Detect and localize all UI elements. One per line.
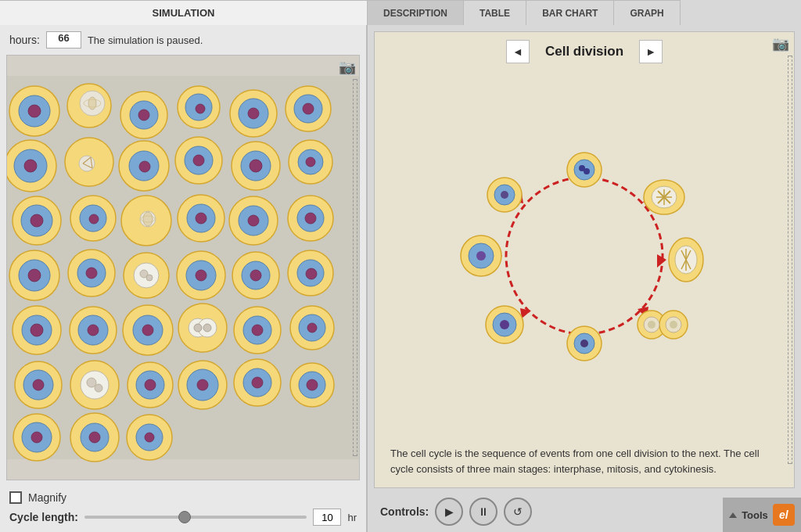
main-content: hours: 66 The simulation is paused. 📷: [0, 25, 801, 532]
svg-point-110: [197, 379, 208, 390]
svg-point-74: [250, 270, 261, 281]
svg-point-90: [194, 324, 202, 332]
svg-point-22: [24, 160, 37, 172]
svg-point-13: [196, 104, 205, 113]
svg-point-113: [252, 377, 263, 388]
right-tab-group: DESCRIPTION TABLE BAR CHART GRAPH: [368, 0, 801, 25]
cycle-length-label: Cycle length:: [9, 511, 78, 523]
svg-point-103: [87, 378, 96, 387]
svg-point-116: [307, 379, 318, 390]
svg-point-94: [252, 325, 263, 336]
description-viewport: 📷 ◄ Cell division ►: [374, 31, 795, 488]
svg-point-52: [196, 213, 207, 224]
svg-point-6: [88, 97, 96, 110]
svg-point-119: [31, 432, 42, 443]
controls-label: Controls:: [380, 505, 429, 518]
description-header: ◄ Cell division ►: [375, 32, 794, 71]
svg-point-160: [500, 320, 509, 329]
magnify-row: Magnify: [9, 491, 357, 504]
svg-point-55: [248, 215, 259, 226]
pause-icon: ⏸: [478, 505, 489, 518]
tools-button[interactable]: Tools el: [723, 498, 801, 532]
svg-point-122: [89, 432, 100, 443]
tab-bar-chart[interactable]: BAR CHART: [526, 0, 614, 25]
tab-simulation[interactable]: SIMULATION: [0, 0, 368, 25]
paused-text: The simulation is paused.: [88, 34, 203, 46]
svg-point-19: [303, 103, 314, 114]
svg-point-42: [31, 214, 43, 227]
simulation-viewport: 📷: [6, 55, 360, 480]
el-logo-icon: el: [773, 504, 795, 526]
svg-point-154: [670, 321, 677, 329]
pause-button[interactable]: ⏸: [469, 498, 497, 526]
svg-point-86: [142, 325, 153, 336]
svg-point-61: [28, 269, 41, 282]
left-panel: hours: 66 The simulation is paused. 📷: [0, 25, 368, 532]
svg-point-100: [33, 379, 44, 390]
cell-cycle-svg: [436, 146, 733, 365]
right-controls: Controls: ▶ ⏸ ↺ Tools el: [368, 491, 801, 532]
tools-label: Tools: [742, 509, 768, 521]
svg-point-157: [580, 340, 588, 347]
magnify-label: Magnify: [28, 491, 66, 504]
svg-point-16: [248, 108, 259, 119]
svg-point-80: [31, 324, 43, 336]
svg-point-77: [306, 268, 317, 279]
svg-point-166: [501, 191, 508, 199]
play-button[interactable]: ▶: [435, 498, 463, 526]
camera-icon-right[interactable]: 📷: [772, 35, 789, 52]
description-body: The cell cycle is the sequence of events…: [375, 440, 794, 487]
next-arrow-button[interactable]: ►: [639, 40, 663, 63]
cells-canvas: [7, 56, 359, 480]
svg-point-97: [307, 323, 317, 332]
svg-point-91: [203, 324, 211, 332]
hours-input[interactable]: 66: [46, 31, 81, 49]
scroll-indicator-left: [353, 79, 357, 456]
svg-point-58: [305, 213, 316, 224]
svg-point-83: [88, 325, 99, 336]
cycle-length-row: Cycle length: 10 hr: [9, 509, 357, 526]
svg-point-33: [193, 155, 204, 166]
slider-thumb: [178, 511, 191, 523]
svg-point-153: [648, 321, 656, 329]
svg-point-24: [79, 156, 95, 171]
camera-icon-left[interactable]: 📷: [339, 59, 356, 76]
svg-point-71: [196, 270, 207, 281]
svg-point-163: [476, 251, 486, 261]
left-controls: Magnify Cycle length: 10 hr: [0, 487, 366, 532]
svg-point-48: [143, 212, 153, 226]
svg-point-68: [146, 275, 153, 281]
svg-point-39: [306, 157, 315, 167]
tab-description[interactable]: DESCRIPTION: [368, 0, 464, 25]
svg-point-104: [95, 384, 102, 392]
svg-point-64: [86, 268, 97, 279]
reset-button[interactable]: ↺: [504, 498, 532, 526]
top-tab-bar: SIMULATION DESCRIPTION TABLE BAR CHART G…: [0, 0, 801, 25]
tab-graph[interactable]: GRAPH: [614, 0, 680, 25]
svg-point-10: [138, 110, 149, 120]
hours-bar: hours: 66 The simulation is paused.: [0, 25, 366, 55]
svg-point-137: [584, 168, 590, 174]
svg-point-45: [89, 214, 99, 224]
right-panel: 📷 ◄ Cell division ►: [368, 25, 801, 532]
svg-point-3: [28, 105, 41, 117]
cycle-value-display: 10: [313, 509, 341, 526]
cycle-length-slider[interactable]: [84, 516, 307, 519]
tab-table[interactable]: TABLE: [464, 0, 526, 25]
hours-label: hours:: [9, 34, 40, 46]
cell-cycle-diagram: [375, 71, 794, 440]
prev-arrow-button[interactable]: ◄: [506, 40, 530, 63]
svg-point-107: [145, 379, 156, 390]
svg-point-125: [145, 433, 154, 442]
svg-point-30: [139, 161, 150, 172]
description-title: Cell division: [545, 44, 623, 59]
cycle-unit: hr: [347, 512, 357, 523]
svg-point-36: [250, 160, 262, 172]
magnify-checkbox[interactable]: [9, 491, 22, 504]
simulation-tab-label: SIMULATION: [153, 7, 215, 19]
tools-triangle-icon: [729, 512, 737, 518]
